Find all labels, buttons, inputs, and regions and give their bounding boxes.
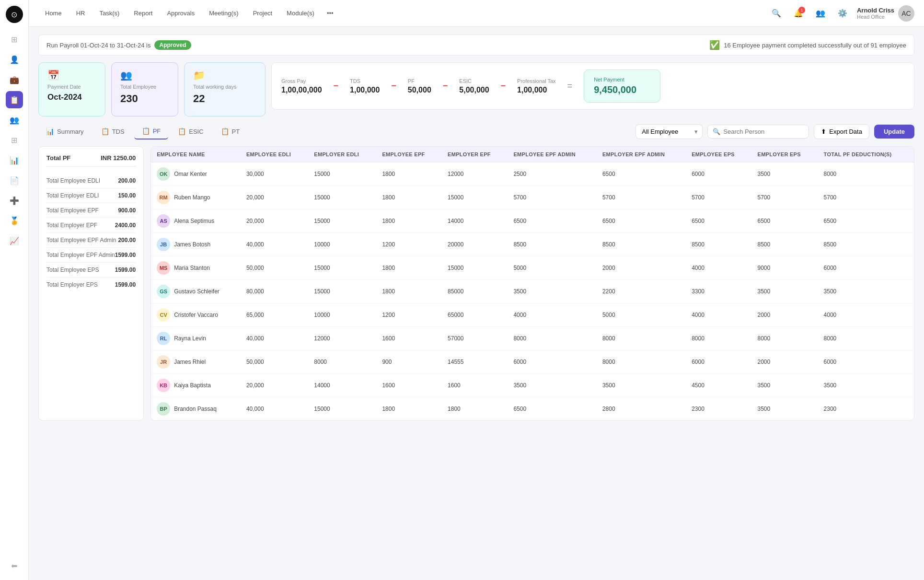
net-payment-value: 9,450,000 bbox=[594, 84, 650, 95]
payment-date-card: 📅 Payment Date Oct-2024 bbox=[38, 62, 105, 116]
nav-items: Home HR Task(s) Report Approvals Meeting… bbox=[38, 6, 769, 21]
pf-item: PF 50,000 bbox=[408, 78, 431, 94]
nav-project[interactable]: Project bbox=[246, 6, 279, 21]
sidebar-item-team[interactable]: 👥 bbox=[6, 111, 23, 128]
total-employee-value: 230 bbox=[120, 93, 169, 105]
cell-er-eps: 3500 bbox=[752, 397, 818, 421]
top-section: 📅 Payment Date Oct-2024 👥 Total Employee… bbox=[38, 62, 914, 116]
cell-er-epf-admin: 2800 bbox=[597, 397, 686, 421]
employee-avatar: MS bbox=[157, 261, 170, 275]
sidebar-item-logout[interactable]: ⬅ bbox=[6, 557, 23, 574]
tds-label: TDS bbox=[350, 78, 380, 84]
tab-tds-label: TDS bbox=[112, 128, 125, 135]
nav-tasks[interactable]: Task(s) bbox=[92, 6, 126, 21]
cell-total-pf: 8000 bbox=[818, 327, 914, 350]
col-header-emp-epf-admin: EMPLOYEE EPF ADMIN bbox=[508, 147, 597, 162]
cell-employee-name: MS Maria Stanton bbox=[151, 256, 241, 280]
summary-row-edli-emp: Total Employee EDLI 200.00 bbox=[46, 174, 136, 188]
cell-emp-eps: 6000 bbox=[686, 350, 751, 374]
cell-total-pf: 3500 bbox=[818, 280, 914, 303]
sidebar-item-medical[interactable]: ➕ bbox=[6, 192, 23, 209]
cell-er-epf-admin: 6500 bbox=[597, 209, 686, 233]
nav-hr[interactable]: HR bbox=[69, 6, 92, 21]
net-payment-card: Net Payment 9,450,000 bbox=[584, 70, 660, 103]
sidebar-item-report[interactable]: 📄 bbox=[6, 172, 23, 189]
nav-meetings[interactable]: Meeting(s) bbox=[202, 6, 245, 21]
search-button[interactable]: 🔍 bbox=[769, 6, 784, 21]
sidebar-item-chart[interactable]: 📊 bbox=[6, 151, 23, 169]
col-header-er-epf: EMPLOYER EPF bbox=[442, 147, 508, 162]
export-label: Export Data bbox=[829, 128, 862, 135]
cell-emp-edli: 40,000 bbox=[241, 327, 308, 350]
nav-approvals[interactable]: Approvals bbox=[160, 6, 201, 21]
cell-er-epf: 15000 bbox=[442, 256, 508, 280]
employee-avatar: CV bbox=[157, 308, 170, 322]
sidebar-item-payroll[interactable]: 📋 bbox=[6, 91, 23, 108]
cell-er-edli: 15000 bbox=[308, 209, 376, 233]
cell-er-epf: 1600 bbox=[442, 374, 508, 397]
summary-total-label: Total PF bbox=[46, 154, 70, 162]
export-icon: ⬆ bbox=[821, 128, 826, 135]
sidebar-item-briefcase[interactable]: 💼 bbox=[6, 71, 23, 88]
nav-modules[interactable]: Module(s) bbox=[280, 6, 321, 21]
cell-er-epf-admin: 5700 bbox=[597, 186, 686, 209]
table-row: JB James Botosh 40,000 10000 1200 20000 … bbox=[151, 233, 914, 256]
cell-emp-epf: 1800 bbox=[376, 280, 442, 303]
nav-more-dots[interactable]: ••• bbox=[322, 6, 338, 21]
users-button[interactable]: 👥 bbox=[813, 6, 828, 21]
gross-pay-item: Gross Pay 1,00,00,000 bbox=[281, 78, 322, 94]
cell-emp-epf-admin: 3500 bbox=[508, 374, 597, 397]
cell-total-pf: 8000 bbox=[818, 162, 914, 186]
data-table-wrapper: EMPLOYEE NAME EMPLOYEE EDLI EMPLOYER EDL… bbox=[150, 146, 914, 421]
employee-name: Alena Septimus bbox=[174, 218, 214, 224]
tab-esic[interactable]: 📋 ESIC bbox=[170, 124, 211, 139]
cell-total-pf: 6500 bbox=[818, 209, 914, 233]
cell-employee-name: BP Brandon Passaq bbox=[151, 397, 241, 421]
sidebar-item-home[interactable]: ⊞ bbox=[6, 31, 23, 48]
cell-er-epf: 65000 bbox=[442, 303, 508, 327]
summary-tab-icon: 📊 bbox=[46, 128, 54, 135]
notification-button[interactable]: 🔔 1 bbox=[791, 6, 806, 21]
employee-name: Brandon Passaq bbox=[174, 406, 217, 412]
professional-tax-label: Professional Tax bbox=[517, 78, 556, 84]
nav-report[interactable]: Report bbox=[127, 6, 159, 21]
equals-icon: = bbox=[567, 81, 573, 91]
col-header-employee-name: EMPLOYEE NAME bbox=[151, 147, 241, 162]
cell-er-edli: 10000 bbox=[308, 303, 376, 327]
tds-value: 1,00,000 bbox=[350, 86, 380, 94]
cell-er-eps: 9000 bbox=[752, 256, 818, 280]
employee-avatar: AS bbox=[157, 214, 170, 228]
cell-emp-epf-admin: 2500 bbox=[508, 162, 597, 186]
employee-filter-select[interactable]: All Employee bbox=[635, 124, 703, 139]
tab-tds[interactable]: 📋 TDS bbox=[93, 124, 132, 139]
cell-emp-epf-admin: 6500 bbox=[508, 209, 597, 233]
sidebar-item-award[interactable]: 🏅 bbox=[6, 212, 23, 229]
settings-button[interactable]: ⚙️ bbox=[835, 6, 850, 21]
tab-pf[interactable]: 📋 PF bbox=[134, 123, 169, 139]
update-button[interactable]: Update bbox=[874, 125, 914, 139]
cell-emp-epf: 1600 bbox=[376, 327, 442, 350]
cell-er-epf-admin: 2200 bbox=[597, 280, 686, 303]
employee-avatar: OK bbox=[157, 167, 170, 181]
cell-er-epf: 14000 bbox=[442, 209, 508, 233]
tab-pt[interactable]: 📋 PT bbox=[213, 124, 248, 139]
cell-employee-name: JB James Botosh bbox=[151, 233, 241, 256]
status-right-text: 16 Employee payment completed successful… bbox=[724, 42, 906, 49]
pf-label: PF bbox=[408, 78, 431, 84]
avatar[interactable]: AC bbox=[898, 5, 914, 22]
search-input[interactable] bbox=[723, 128, 804, 135]
nav-home[interactable]: Home bbox=[38, 6, 69, 21]
sidebar-item-grid[interactable]: ⊞ bbox=[6, 131, 23, 149]
export-button[interactable]: ⬆ Export Data bbox=[814, 124, 869, 139]
total-employee-label: Total Employee bbox=[120, 84, 169, 90]
cell-emp-epf-admin: 8500 bbox=[508, 233, 597, 256]
cell-er-eps: 3500 bbox=[752, 280, 818, 303]
sidebar-item-activity[interactable]: 📈 bbox=[6, 232, 23, 249]
employee-name: Omar Kenter bbox=[174, 171, 207, 177]
professional-tax-value: 1,00,000 bbox=[517, 86, 556, 94]
tab-summary[interactable]: 📊 Summary bbox=[38, 124, 92, 139]
cell-emp-epf-admin: 5000 bbox=[508, 256, 597, 280]
cell-emp-epf-admin: 6000 bbox=[508, 350, 597, 374]
table-row: AS Alena Septimus 20,000 15000 1800 1400… bbox=[151, 209, 914, 233]
sidebar-item-person[interactable]: 👤 bbox=[6, 51, 23, 68]
